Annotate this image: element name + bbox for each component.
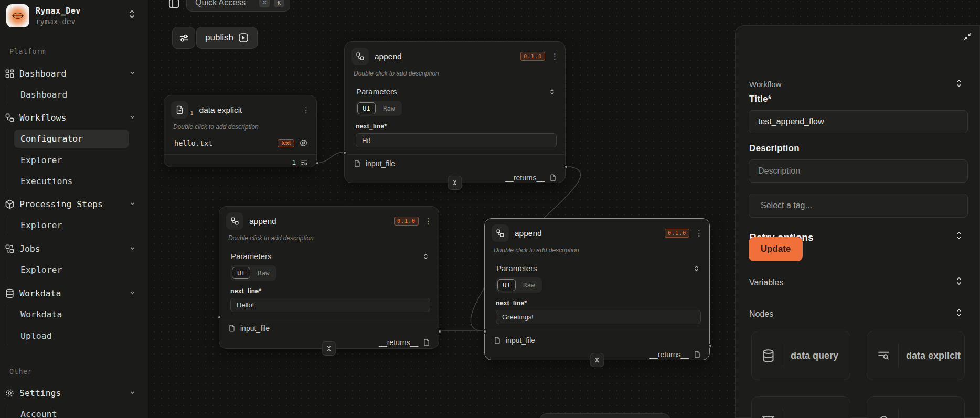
description-label: Description xyxy=(749,143,800,154)
publish-button[interactable]: publish xyxy=(196,27,258,49)
sort-chevron-icon[interactable] xyxy=(422,253,429,260)
sidebar-item-workdata[interactable]: Workdata xyxy=(0,283,148,304)
kebab-menu-icon[interactable]: ⋮ xyxy=(302,105,310,115)
output-handle[interactable] xyxy=(315,161,319,165)
chevron-down-icon xyxy=(129,113,136,123)
input-handle[interactable] xyxy=(217,315,221,319)
sidebar-item-settings[interactable]: Settings xyxy=(0,382,148,403)
node-title: append xyxy=(375,52,515,61)
version-badge: 0.1.0 xyxy=(394,217,419,226)
jobs-icon xyxy=(4,243,15,254)
workflow-node-icon xyxy=(226,212,243,230)
sort-chevron-icon[interactable] xyxy=(955,276,963,288)
sort-chevron-icon[interactable] xyxy=(955,308,963,319)
sidebar-item-account[interactable]: Account xyxy=(0,403,148,418)
sidebar-item-dashboard[interactable]: Dashboard xyxy=(0,63,148,84)
node-title: append xyxy=(515,229,659,238)
node-title: append xyxy=(249,217,388,226)
returns-label: __returns__ xyxy=(379,338,418,347)
sidebar-item-workdata-sub[interactable]: Workdata xyxy=(0,304,148,325)
sidebar-item-jobs[interactable]: Jobs xyxy=(0,238,148,259)
gear-icon xyxy=(4,387,15,399)
org-switcher[interactable]: Rymax_Dev rymax-dev xyxy=(6,4,81,27)
sidebar-item-upload[interactable]: Upload xyxy=(0,325,148,346)
sidebar-item-workflows[interactable]: Workflows xyxy=(0,107,148,128)
quick-access-label: Quick Access xyxy=(195,0,255,7)
node-data-explicit[interactable]: 1 data explicit ⋮ Double click to add de… xyxy=(164,95,317,167)
palette-card-data-query[interactable]: data query xyxy=(751,331,850,380)
workflow-settings-panel: Workflow Title* Description Select a tag… xyxy=(735,25,980,418)
minimize-panel-icon[interactable] xyxy=(963,32,972,43)
returns-label: __returns__ xyxy=(505,174,545,182)
file-input-icon xyxy=(228,325,236,332)
palette-card-partial-2[interactable] xyxy=(867,396,965,418)
node-append-3[interactable]: append 0.1.0 ⋮ Double click to add descr… xyxy=(484,218,710,360)
sidebar-item-dashboard-sub[interactable]: Dashboard xyxy=(0,84,148,105)
next-line-input[interactable] xyxy=(230,298,430,312)
workflow-title-input[interactable] xyxy=(749,110,968,133)
org-name: Rymax_Dev xyxy=(36,6,81,16)
workflow-icon xyxy=(4,112,15,123)
eye-off-icon[interactable] xyxy=(299,138,308,147)
tab-ui[interactable]: UI xyxy=(232,267,250,279)
collapse-node-button[interactable] xyxy=(590,353,604,367)
section-platform: Platform xyxy=(9,47,46,56)
rows-icon[interactable] xyxy=(300,158,308,166)
param-mode-toggle[interactable]: UI Raw xyxy=(496,277,542,293)
node-append-2[interactable]: append 0.1.0 ⋮ Double click to add descr… xyxy=(219,206,439,349)
tab-raw[interactable]: Raw xyxy=(378,102,400,114)
collapse-node-button[interactable] xyxy=(448,176,462,190)
node-append-1[interactable]: append 0.1.0 ⋮ Double click to add descr… xyxy=(344,41,566,183)
next-line-input[interactable] xyxy=(356,133,557,147)
kebab-menu-icon[interactable]: ⋮ xyxy=(424,217,432,226)
canvas-dock-toolbar[interactable] xyxy=(539,413,670,418)
kebab-menu-icon[interactable]: ⋮ xyxy=(551,52,558,61)
sidebar-item-processing-steps[interactable]: Processing Steps xyxy=(0,194,148,215)
param-mode-toggle[interactable]: UI Raw xyxy=(356,101,402,116)
node-description[interactable]: Double click to add description xyxy=(173,123,308,131)
sort-chevron-icon[interactable] xyxy=(693,265,700,272)
param-mode-toggle[interactable]: UI Raw xyxy=(230,265,276,281)
chevron-down-icon xyxy=(129,244,136,254)
output-handle[interactable] xyxy=(564,165,568,169)
chevron-down-icon xyxy=(129,288,136,298)
palette-card-partial-1[interactable] xyxy=(751,396,850,418)
sort-chevron-icon[interactable] xyxy=(549,88,556,95)
collapse-node-button[interactable] xyxy=(322,341,336,356)
tag-select[interactable]: Select a tag... xyxy=(749,194,968,218)
tab-ui[interactable]: UI xyxy=(497,279,516,291)
sidebar-item-workflows-explorer[interactable]: Explorer xyxy=(0,149,148,170)
sort-chevron-icon[interactable] xyxy=(955,231,963,242)
node-description[interactable]: Double click to add description xyxy=(494,246,701,254)
node-description[interactable]: Double click to add description xyxy=(228,234,430,242)
panel-section-label: Workflow xyxy=(749,80,781,89)
org-switch-chevron-icon[interactable] xyxy=(128,8,136,22)
next-line-input[interactable] xyxy=(496,310,701,324)
sidebar-item-jobs-explorer[interactable]: Explorer xyxy=(0,259,148,280)
node-description[interactable]: Double click to add description xyxy=(354,70,557,77)
tab-raw[interactable]: Raw xyxy=(252,267,275,279)
input-handle[interactable] xyxy=(343,151,347,155)
output-handle[interactable] xyxy=(438,329,442,334)
palette-card-data-explicit[interactable]: data explicit xyxy=(867,331,965,380)
dashboard-icon xyxy=(4,68,15,79)
quick-access-bar[interactable]: Quick Access ⌘ K xyxy=(186,0,290,12)
tab-raw[interactable]: Raw xyxy=(518,279,540,291)
canvas-settings-button[interactable] xyxy=(172,27,195,49)
file-name: hello.txt xyxy=(174,139,273,147)
kebab-menu-icon[interactable]: ⋮ xyxy=(695,229,702,238)
version-badge: 0.1.0 xyxy=(520,52,545,61)
parameters-label: Parameters xyxy=(356,87,549,96)
output-handle[interactable] xyxy=(708,344,712,348)
funnel-icon xyxy=(761,414,775,418)
workflow-description-input[interactable] xyxy=(749,159,968,183)
tab-ui[interactable]: UI xyxy=(357,102,376,114)
org-slug: rymax-dev xyxy=(36,17,81,26)
sort-chevron-icon[interactable] xyxy=(955,79,963,90)
sidebar-item-steps-explorer[interactable]: Explorer xyxy=(0,215,148,235)
sidebar-item-executions[interactable]: Executions xyxy=(0,170,148,191)
input-handle[interactable] xyxy=(483,329,487,334)
panel-left-icon[interactable] xyxy=(168,0,180,12)
update-button[interactable]: Update xyxy=(749,237,803,261)
sidebar-item-configurator[interactable]: Configurator xyxy=(0,128,148,149)
